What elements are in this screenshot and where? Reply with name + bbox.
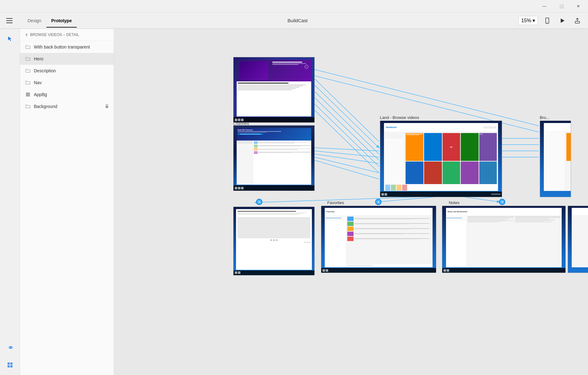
svg-rect-13: [106, 106, 108, 108]
panel-item-label-desc: Description: [34, 68, 56, 73]
toolbar-tabs: Design Prototype: [23, 14, 77, 28]
frame-video-detail[interactable]: ›: [233, 57, 315, 123]
frame-session-list[interactable]: Build 2017 Sessions: [233, 125, 315, 191]
left-panel: BROWSE VIDEOS – DETAIL With back button …: [20, 29, 114, 375]
connections-svg: [114, 29, 588, 375]
svg-line-28: [315, 157, 379, 173]
svg-rect-11: [10, 365, 13, 367]
panel-item-label-appbg: AppBg: [34, 92, 47, 97]
phone-icon: [544, 18, 550, 24]
pointer-tool-button[interactable]: [5, 34, 15, 44]
svg-rect-3: [575, 21, 580, 23]
svg-rect-12: [26, 93, 30, 96]
svg-line-17: [315, 98, 379, 160]
layers-button[interactable]: [5, 342, 15, 352]
svg-line-15: [315, 79, 379, 141]
svg-line-27: [315, 154, 379, 163]
frame-player[interactable]: [233, 207, 315, 275]
svg-line-29: [315, 160, 379, 179]
svg-marker-5: [8, 37, 12, 41]
svg-line-25: [315, 148, 379, 151]
panel-item-label-nav: Nav: [34, 80, 42, 85]
frame-land-browse[interactable]: //buildcast: [380, 121, 502, 197]
components-icon: [7, 362, 13, 368]
svg-rect-10: [8, 365, 10, 367]
panel-item-label-hero: Hero: [34, 56, 43, 61]
svg-line-22: [255, 196, 440, 203]
menu-button[interactable]: [5, 16, 15, 26]
breadcrumb[interactable]: BROWSE VIDEOS – DETAIL: [20, 29, 114, 41]
svg-line-18: [315, 104, 379, 167]
panel-item-label-back: With back button transparent: [34, 44, 90, 49]
panel-item-description[interactable]: Description: [20, 65, 114, 77]
export-button[interactable]: [572, 15, 583, 26]
zoom-chevron-icon: [533, 18, 535, 23]
app-title: BuildCast: [82, 18, 513, 23]
phone-preview-button[interactable]: [542, 15, 553, 26]
svg-line-16: [315, 91, 379, 154]
share-icon: [574, 18, 580, 24]
panel-item-hero[interactable]: Hero: [20, 53, 114, 65]
label-bro-partial: Bro...: [540, 115, 549, 120]
scroll-indicator-1[interactable]: ▾: [256, 199, 262, 205]
layers-icon: [7, 344, 13, 351]
frame-notes[interactable]: Notes and Bookmarks: [442, 206, 566, 273]
toolbar-right: 15%: [518, 15, 583, 26]
pointer-icon: [7, 36, 13, 42]
folder-icon-desc: [25, 68, 31, 74]
zoom-value: 15%: [521, 18, 531, 23]
label-favorites: Favorites: [327, 200, 344, 205]
svg-line-14: [315, 85, 379, 148]
tab-prototype[interactable]: Prototype: [46, 14, 77, 28]
frame-partial-right[interactable]: [540, 121, 571, 197]
panel-item-nav[interactable]: Nav: [20, 77, 114, 89]
main-layout: BROWSE VIDEOS – DETAIL With back button …: [0, 29, 588, 375]
folder-icon-nav: [25, 80, 31, 85]
sidebar-narrow: [0, 29, 20, 375]
components-button[interactable]: [5, 360, 15, 370]
rect-icon-appbg: [25, 92, 31, 97]
minimize-button[interactable]: —: [537, 1, 552, 11]
breadcrumb-text: BROWSE VIDEOS – DETAIL: [30, 33, 79, 37]
play-icon: [559, 18, 565, 24]
svg-rect-8: [8, 362, 10, 365]
scroll-indicator-3[interactable]: ▾: [499, 199, 505, 205]
present-button[interactable]: [557, 15, 568, 26]
panel-item-label-background: Background: [34, 104, 57, 109]
panel-item-appbg[interactable]: AppBg: [20, 89, 114, 100]
close-button[interactable]: ✕: [571, 1, 585, 11]
back-icon: [25, 33, 28, 36]
lock-icon: [105, 104, 109, 109]
scroll-indicator-2[interactable]: ▾: [375, 199, 381, 205]
folder-icon-hero: [25, 56, 31, 62]
label-notes: Notes: [449, 200, 459, 205]
panel-item-background[interactable]: Background: [20, 100, 114, 112]
svg-point-1: [547, 22, 548, 23]
folder-icon-back: [25, 44, 31, 50]
toolbar: Design Prototype BuildCast 15%: [0, 13, 588, 29]
svg-line-21: [315, 69, 539, 126]
zoom-control[interactable]: 15%: [518, 16, 538, 25]
svg-rect-9: [10, 362, 13, 365]
svg-point-7: [10, 347, 12, 348]
svg-marker-2: [561, 18, 564, 23]
label-land-browse: Land - Browse videos: [380, 115, 419, 120]
canvas-area[interactable]: ›: [114, 29, 588, 375]
panel-items: With back button transparent Hero Descri…: [20, 41, 114, 375]
svg-line-26: [315, 151, 379, 157]
frame-notes-partial[interactable]: [568, 206, 588, 273]
titlebar: — ⬜ ✕: [0, 0, 588, 13]
svg-line-19: [315, 110, 379, 173]
frame-favorites[interactable]: Favorites: [321, 206, 436, 273]
folder-icon-bg: [25, 104, 31, 109]
panel-item-with-back-button[interactable]: With back button transparent: [20, 41, 114, 53]
maximize-button[interactable]: ⬜: [554, 1, 569, 11]
tab-design[interactable]: Design: [23, 14, 46, 28]
